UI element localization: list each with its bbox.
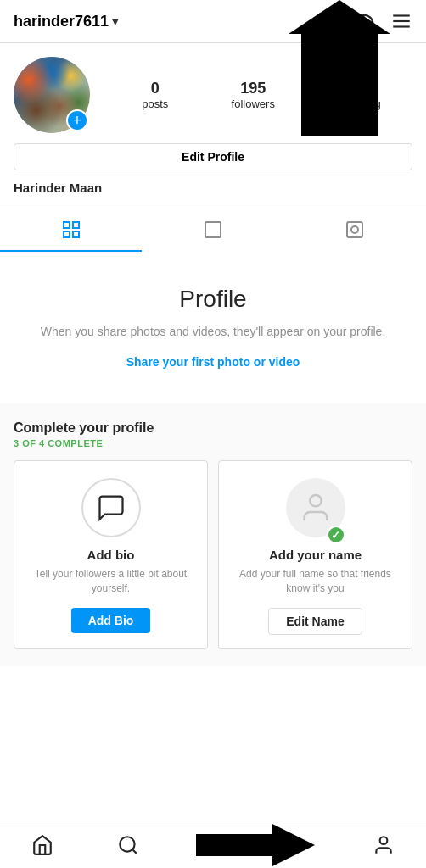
share-first-photo-link[interactable]: Share your first photo or video [126,355,300,369]
complete-subtitle: 3 OF 4 COMPLETE [14,438,412,448]
add-story-button[interactable]: + [66,109,88,131]
nav-annotation-arrow [171,824,341,866]
header: harinder7611 ▾ [0,0,426,43]
complete-title: Complete your profile [14,420,412,436]
bio-icon-circle [81,478,141,537]
bio-card-title: Add bio [87,548,135,562]
posts-stat[interactable]: 0 posts [142,80,168,110]
followers-stat[interactable]: 195 followers [232,80,275,110]
svg-point-18 [379,837,387,844]
nav-profile[interactable] [341,821,426,868]
empty-description: When you share photos and videos, they'l… [14,323,412,341]
posts-label: posts [142,97,168,110]
svg-rect-7 [73,231,79,237]
header-actions [316,10,412,32]
svg-line-16 [132,849,137,854]
empty-state: Profile When you share photos and videos… [0,252,426,387]
svg-rect-8 [205,222,221,237]
add-bio-button[interactable]: Add Bio [71,608,151,633]
add-bio-card: Add bio Tell your followers a little bit… [14,460,208,649]
following-stat[interactable]: 6 following [338,80,381,110]
content-tabs [0,209,426,252]
svg-rect-4 [64,222,70,228]
nav-search[interactable] [85,821,170,868]
following-count: 6 [356,80,364,97]
edit-profile-button[interactable]: Edit Profile [14,143,412,170]
right-arrow-annotation [196,824,315,866]
menu-icon[interactable] [390,10,412,32]
complete-profile-section: Complete your profile 3 OF 4 COMPLETE Ad… [0,403,426,666]
svg-rect-5 [73,222,79,228]
settings-icon[interactable] [316,10,338,32]
tab-grid[interactable] [0,209,142,252]
stats-row: 0 posts 195 followers 6 following [110,80,412,110]
bottom-nav [0,821,426,868]
svg-rect-6 [64,231,70,237]
bio-card-desc: Tell your followers a little bit about y… [28,567,193,596]
dropdown-chevron-icon: ▾ [112,14,118,28]
username-dropdown[interactable]: harinder7611 ▾ [14,13,118,31]
posts-count: 0 [151,80,160,97]
tab-tagged[interactable] [284,209,426,252]
name-card-title: Add your name [269,548,362,562]
svg-rect-9 [347,222,362,237]
svg-point-11 [310,495,321,506]
history-icon[interactable] [353,10,375,32]
tab-list[interactable] [142,209,283,252]
edit-name-button[interactable]: Edit Name [268,608,362,635]
cards-row: Add bio Tell your followers a little bit… [14,460,412,649]
add-name-card: Add your name Add your full name so that… [218,460,412,649]
following-label: following [338,97,381,110]
nav-spacer [0,666,426,734]
profile-top: + 0 posts 195 followers 6 following [14,57,412,133]
nav-home[interactable] [0,821,85,868]
empty-title: Profile [14,286,412,313]
followers-label: followers [232,97,275,110]
name-card-desc: Add your full name so that friends know … [233,567,398,596]
username-text: harinder7611 [14,13,109,31]
svg-marker-17 [196,824,315,866]
profile-name: Harinder Maan [14,181,412,195]
profile-section: + 0 posts 195 followers 6 following Edit… [0,43,426,195]
avatar-container: + [14,57,90,133]
followers-count: 195 [240,80,266,97]
name-avatar-icon [286,478,345,537]
svg-point-10 [351,226,358,233]
svg-point-15 [120,837,134,851]
svg-point-0 [324,19,330,25]
name-check-icon [327,526,345,544]
